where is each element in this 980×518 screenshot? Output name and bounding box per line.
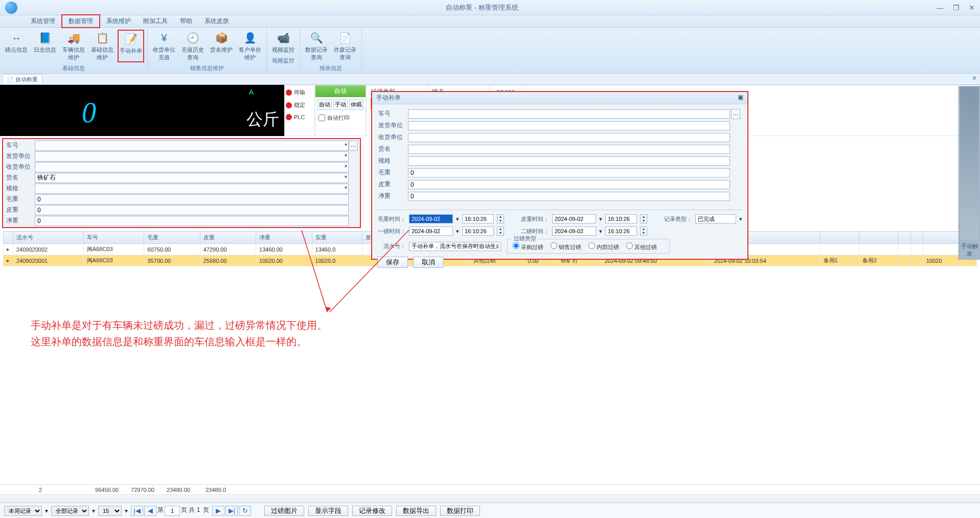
mode-自动-button[interactable]: 自动 xyxy=(317,99,332,110)
dialog-close-icon[interactable]: ▣ xyxy=(738,94,743,102)
field-label-车号: 车号 xyxy=(4,140,35,151)
col-[interactable] xyxy=(898,232,910,244)
first-page-button[interactable]: |◀ xyxy=(131,506,143,516)
col-毛重[interactable]: 毛重 xyxy=(144,232,200,244)
车辆信息维护-icon: 🚚 xyxy=(66,31,81,45)
prev-page-button[interactable]: ◀ xyxy=(144,506,156,516)
time-spinner[interactable]: ▴▾ xyxy=(497,227,504,236)
ribbon-手动补单[interactable]: 📝手动补单 xyxy=(118,30,144,62)
page-size-select[interactable]: 15 xyxy=(98,506,122,516)
serial-input[interactable] xyxy=(409,242,501,251)
menu-系统维护[interactable]: 系统维护 xyxy=(100,15,137,27)
maximize-icon[interactable]: ❐ xyxy=(953,4,960,12)
ribbon-日志信息[interactable]: 📘日志信息 xyxy=(32,30,58,62)
menu-系统管理[interactable]: 系统管理 xyxy=(25,15,61,27)
date-input[interactable] xyxy=(552,227,596,236)
mode-休眠-button[interactable]: 休眠 xyxy=(349,99,363,110)
close-tab-icon[interactable]: ✕ xyxy=(972,75,977,82)
dlg-input-货名[interactable] xyxy=(408,145,730,154)
date-input[interactable] xyxy=(409,214,453,223)
mode-手动-button[interactable]: 手动 xyxy=(333,99,348,110)
date-range-select[interactable]: 本周记录 xyxy=(4,506,42,516)
field-input-收货单位[interactable] xyxy=(35,162,349,172)
time-input[interactable] xyxy=(605,214,637,223)
field-input-车号[interactable] xyxy=(35,141,349,151)
page-input[interactable] xyxy=(165,506,180,516)
menu-附加工具[interactable]: 附加工具 xyxy=(137,15,174,27)
weigh-type-其他过磅[interactable]: 其他过磅 xyxy=(626,244,657,250)
weigh-type-内部过磅[interactable]: 内部过磅 xyxy=(588,244,619,250)
dlg-lookup-button[interactable]: … xyxy=(731,109,740,119)
dlg-input-净重[interactable] xyxy=(408,192,730,201)
time-input[interactable] xyxy=(605,227,637,236)
ribbon-客户单价维护[interactable]: 👤客户单价维护 xyxy=(237,30,263,62)
ribbon-充值历史查询[interactable]: 🕘充值历史查询 xyxy=(179,30,206,62)
last-page-button[interactable]: ▶| xyxy=(225,506,238,516)
close-icon[interactable]: ✕ xyxy=(969,4,975,12)
time-spinner[interactable]: ▴▾ xyxy=(640,214,647,223)
col-实重[interactable]: 实重 xyxy=(312,232,362,244)
time-input[interactable] xyxy=(462,227,494,236)
weigh-type-采购过磅[interactable]: 采购过磅 xyxy=(513,244,543,250)
status-稳定: 稳定 xyxy=(294,101,305,109)
ribbon-数据记录查询[interactable]: 🔍数据记录查询 xyxy=(303,30,330,62)
footer-数据导出-button[interactable]: 数据导出 xyxy=(396,506,436,516)
mode-header: 自动 xyxy=(315,85,366,97)
ribbon-作废记录查询[interactable]: 📄作废记录查询 xyxy=(332,30,358,62)
minimize-icon[interactable]: — xyxy=(937,4,944,12)
col-[interactable] xyxy=(820,232,859,244)
col-皮重[interactable]: 皮重 xyxy=(200,232,256,244)
field-input-发货单位[interactable] xyxy=(35,151,349,162)
filter-select[interactable]: 全部记录 xyxy=(51,506,89,516)
col-[interactable] xyxy=(859,232,898,244)
field-input-规格[interactable] xyxy=(35,184,349,194)
footer-过磅图片-button[interactable]: 过磅图片 xyxy=(264,506,304,516)
time-input[interactable] xyxy=(462,214,494,223)
tab-auto-weigh[interactable]: 📄 自动称重 xyxy=(2,74,42,84)
ribbon-视频监控[interactable]: 📹视频监控 xyxy=(270,30,297,55)
field-input-皮重[interactable] xyxy=(35,205,349,215)
date-input[interactable] xyxy=(409,227,453,236)
status-dot-icon xyxy=(286,89,292,96)
充值历史查询-icon: 🕘 xyxy=(186,31,200,45)
ribbon-车辆信息维护[interactable]: 🚚车辆信息维护 xyxy=(60,30,87,62)
time-spinner[interactable]: ▴▾ xyxy=(640,227,647,236)
next-page-button[interactable]: ▶ xyxy=(212,506,224,516)
dlg-input-收货单位[interactable] xyxy=(408,133,730,142)
dlg-input-毛重[interactable] xyxy=(408,168,730,177)
refresh-button[interactable]: ↻ xyxy=(239,506,251,516)
auto-print-checkbox[interactable]: 自动打印 xyxy=(315,112,366,124)
manual-trigger-label[interactable]: 手动触发 xyxy=(959,240,980,260)
ribbon-货名维护[interactable]: 📦货名维护 xyxy=(208,30,235,62)
horizontal-scrollbar[interactable] xyxy=(0,494,980,503)
ribbon-磅点信息[interactable]: ↔磅点信息 xyxy=(3,30,30,62)
menu-帮助[interactable]: 帮助 xyxy=(174,15,198,27)
time-spinner[interactable]: ▴▾ xyxy=(497,214,504,223)
col-净重[interactable]: 净重 xyxy=(256,232,312,244)
menu-系统皮肤[interactable]: 系统皮肤 xyxy=(198,15,235,27)
field-input-净重[interactable] xyxy=(35,216,349,226)
dialog-保存-button[interactable]: 保存 xyxy=(377,257,408,268)
dlg-input-发货单位[interactable] xyxy=(408,121,730,130)
lookup-button[interactable]: … xyxy=(349,141,358,151)
date-input[interactable] xyxy=(552,214,596,223)
menu-数据管理[interactable]: 数据管理 xyxy=(61,14,100,28)
footer-数据打印-button[interactable]: 数据打印 xyxy=(440,506,480,516)
dialog-取消-button[interactable]: 取消 xyxy=(413,257,444,268)
col-流水号[interactable]: 流水号 xyxy=(13,232,84,244)
footer-记录修改-button[interactable]: 记录修改 xyxy=(352,506,392,516)
col-车号[interactable]: 车号 xyxy=(83,232,144,244)
field-input-毛重[interactable] xyxy=(35,194,349,205)
ribbon-收货单位充值[interactable]: ¥收货单位充值 xyxy=(151,30,177,62)
weigh-type-销售过磅[interactable]: 销售过磅 xyxy=(551,244,581,250)
ribbon-基础信息维护[interactable]: 📋基础信息维护 xyxy=(89,30,116,62)
dlg-input-车号[interactable] xyxy=(408,109,730,119)
record-type-select[interactable] xyxy=(695,214,736,223)
field-label-货名: 货名 xyxy=(4,172,35,183)
footer-显示字段-button[interactable]: 显示字段 xyxy=(308,506,348,516)
dlg-input-皮重[interactable] xyxy=(408,180,730,189)
field-input-货名[interactable] xyxy=(35,173,349,183)
dlg-input-规格[interactable] xyxy=(408,156,730,166)
status-indicators: 传输稳定PLC xyxy=(284,85,315,136)
col-[interactable] xyxy=(910,232,923,244)
